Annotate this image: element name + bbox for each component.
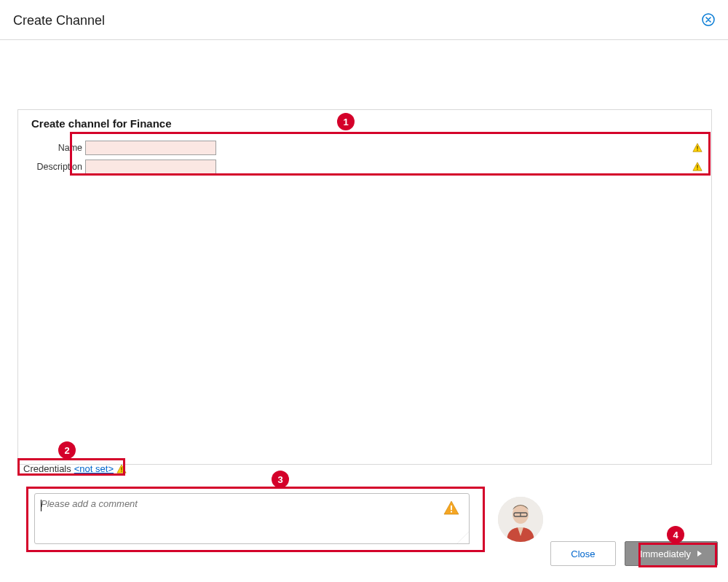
comment-input[interactable] [41, 498, 443, 539]
button-row: Close Immediately [550, 541, 718, 566]
credentials-row: Credentials <not set> [23, 463, 127, 474]
svg-rect-5 [121, 467, 122, 470]
dialog-title: Create Channel [13, 13, 715, 28]
avatar [498, 497, 543, 542]
name-row: Name [18, 141, 711, 155]
svg-rect-8 [451, 511, 452, 513]
immediately-button-label: Immediately [640, 548, 691, 559]
svg-rect-2 [697, 150, 697, 151]
svg-rect-4 [697, 169, 697, 170]
svg-rect-1 [697, 146, 697, 149]
svg-rect-3 [697, 165, 697, 168]
panel-title: Create channel for Finance [18, 110, 711, 130]
dialog-header: Create Channel [0, 0, 728, 40]
name-label: Name [18, 143, 85, 153]
close-button[interactable]: Close [550, 541, 616, 566]
description-row: Description [18, 160, 711, 174]
credentials-label: Credentials [23, 463, 71, 474]
svg-rect-6 [121, 471, 122, 471]
warning-icon [692, 143, 703, 153]
annotation-marker-3: 3 [272, 471, 289, 488]
credentials-link[interactable]: <not set> [74, 463, 114, 474]
name-input[interactable] [85, 141, 216, 155]
create-channel-panel: Create channel for Finance Name Descript… [17, 109, 712, 465]
close-button-label: Close [571, 548, 595, 559]
immediately-button[interactable]: Immediately [625, 541, 718, 566]
warning-icon [443, 500, 460, 517]
svg-rect-7 [451, 506, 452, 510]
description-input[interactable] [85, 160, 216, 174]
warning-icon [692, 162, 703, 172]
warning-icon [116, 464, 127, 474]
comment-region [34, 493, 470, 544]
chevron-right-icon [697, 551, 703, 557]
text-cursor [41, 500, 41, 511]
comment-bubble [34, 493, 470, 544]
description-label: Description [18, 162, 85, 172]
close-icon[interactable] [702, 13, 715, 26]
